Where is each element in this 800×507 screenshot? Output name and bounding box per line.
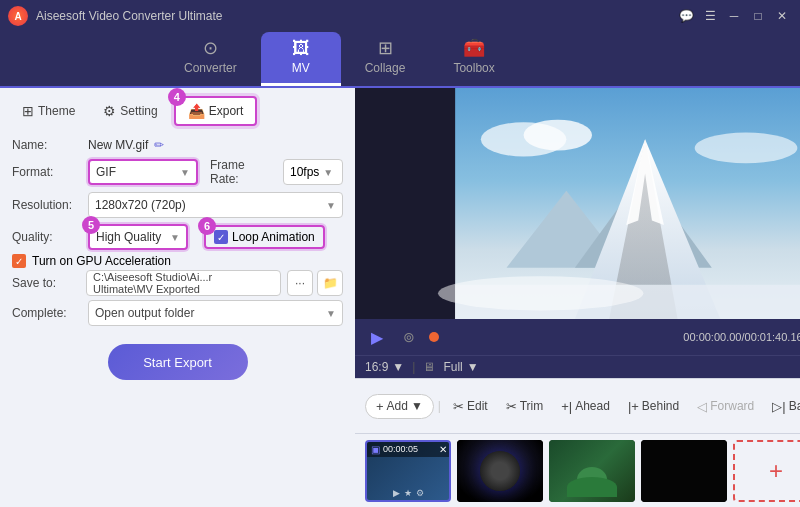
- ahead-button[interactable]: +| Ahead: [553, 395, 618, 418]
- converter-icon: ⊙: [203, 37, 218, 59]
- gpu-row: ✓ Turn on GPU Acceleration: [0, 254, 355, 268]
- collage-icon: ⊞: [378, 37, 393, 59]
- save-folder-button[interactable]: 📁: [317, 270, 343, 296]
- thumbnail-1[interactable]: ▣ 00:00:05 ✕ ▶ ★ ⚙: [365, 440, 451, 502]
- gpu-checkbox[interactable]: ✓: [12, 254, 26, 268]
- export-badge: 4: [168, 88, 186, 106]
- thumb-1-time: 00:00:05: [383, 444, 418, 454]
- play-button[interactable]: ▶: [365, 325, 389, 349]
- edit-button[interactable]: ✂ Edit: [445, 395, 496, 418]
- edit-name-icon[interactable]: ✏: [154, 138, 164, 152]
- form-area: Name: New MV.gif ✏ Format: GIF ▼ Frame R…: [0, 134, 355, 254]
- subtab-setting[interactable]: ⚙ Setting: [91, 98, 169, 124]
- add-thumbnail-icon: +: [769, 457, 783, 485]
- main-content: ⊞ Theme ⚙ Setting 4 📤 Export Name: N: [0, 88, 800, 507]
- name-value-row: New MV.gif ✏: [88, 138, 164, 152]
- total-time: 00:01:40.16: [745, 331, 800, 343]
- ahead-label: Ahead: [575, 399, 610, 413]
- complete-label: Complete:: [12, 306, 80, 320]
- quality-value: High Quality: [96, 230, 170, 244]
- quality-select[interactable]: High Quality ▼: [88, 224, 188, 250]
- view-mode-select[interactable]: Full ▼: [443, 360, 478, 374]
- view-mode-value: Full: [443, 360, 462, 374]
- current-time: 00:00:00.00: [683, 331, 741, 343]
- quality-label: Quality:: [12, 230, 80, 244]
- add-button[interactable]: + Add ▼: [365, 394, 434, 419]
- close-button[interactable]: ✕: [772, 6, 792, 26]
- resolution-select[interactable]: 1280x720 (720p) ▼: [88, 192, 343, 218]
- forward-label: Forward: [710, 399, 754, 413]
- video-controls: ▶ ⊚ 00:00:00.00/00:01:40.16 🔊 Start Expo…: [355, 319, 800, 355]
- app-title: Aiseesoft Video Converter Ultimate: [36, 9, 676, 23]
- svg-point-2: [524, 120, 592, 151]
- sub-tabs: ⊞ Theme ⚙ Setting 4 📤 Export: [0, 88, 355, 134]
- subtab-export[interactable]: 📤 Export: [174, 96, 258, 126]
- thumb-1-star-icon: ★: [404, 488, 412, 498]
- name-row: Name: New MV.gif ✏: [12, 138, 343, 152]
- start-export-left-button[interactable]: Start Export: [108, 344, 248, 380]
- thumb-1-play-icon: ▶: [393, 488, 400, 498]
- tab-converter[interactable]: ⊙ Converter: [160, 31, 261, 86]
- thumb-1-close-icon[interactable]: ✕: [439, 444, 447, 455]
- app-logo: A: [8, 6, 28, 26]
- name-label: Name:: [12, 138, 80, 152]
- toolbox-icon: 🧰: [463, 37, 485, 59]
- tab-toolbox[interactable]: 🧰 Toolbox: [429, 31, 518, 86]
- tab-collage[interactable]: ⊞ Collage: [341, 31, 430, 86]
- loop-badge: 6: [198, 217, 216, 235]
- video-preview: Aiseesoft: [355, 88, 800, 319]
- minimize-button[interactable]: ─: [724, 6, 744, 26]
- aspect-ratio-select[interactable]: 16:9 ▼: [365, 360, 404, 374]
- complete-value: Open output folder: [95, 306, 194, 320]
- complete-select[interactable]: Open output folder ▼: [88, 300, 343, 326]
- save-more-button[interactable]: ···: [287, 270, 313, 296]
- resolution-value: 1280x720 (720p): [95, 198, 326, 212]
- thumb-1-controls: ▶ ★ ⚙: [367, 488, 449, 498]
- right-panel: Aiseesoft ▶ ⊚ 00:00:00.00/00:01:40.16 🔊 …: [355, 88, 800, 507]
- thumb-1-type-icon: ▣: [371, 444, 380, 455]
- aspect-controls: 16:9 ▼ | 🖥 Full ▼: [355, 355, 800, 378]
- quality-loop-row: Quality: 5 High Quality ▼ 6 ✓ Loop Anima…: [12, 224, 343, 250]
- thumb-1-overlay: ▣ 00:00:05: [367, 442, 449, 457]
- complete-row: Complete: Open output folder ▼: [0, 298, 355, 328]
- trim-icon: ✂: [506, 399, 517, 414]
- name-value: New MV.gif: [88, 138, 148, 152]
- framerate-arrow-icon: ▼: [323, 167, 333, 178]
- loop-checkbox[interactable]: ✓: [214, 230, 228, 244]
- behind-button[interactable]: |+ Behind: [620, 395, 687, 418]
- thumb-1-settings-icon: ⚙: [416, 488, 424, 498]
- aspect-separator: |: [412, 360, 415, 374]
- resolution-row: Resolution: 1280x720 (720p) ▼: [12, 192, 343, 218]
- thumbnail-2[interactable]: [457, 440, 543, 502]
- menu-button[interactable]: ☰: [700, 6, 720, 26]
- resolution-arrow-icon: ▼: [326, 200, 336, 211]
- save-buttons: ··· 📁: [287, 270, 343, 296]
- format-arrow-icon: ▼: [180, 167, 190, 178]
- format-value: GIF: [96, 165, 180, 179]
- subtab-theme[interactable]: ⊞ Theme: [10, 98, 87, 124]
- trim-button[interactable]: ✂ Trim: [498, 395, 552, 418]
- thumbnail-3[interactable]: [549, 440, 635, 502]
- nav-tabs: ⊙ Converter 🖼 MV ⊞ Collage 🧰 Toolbox: [0, 32, 800, 88]
- video-frame: Aiseesoft: [355, 88, 800, 319]
- tab-toolbox-label: Toolbox: [453, 61, 494, 75]
- stop-button[interactable]: ⊚: [397, 325, 421, 349]
- subtab-theme-label: Theme: [38, 104, 75, 118]
- maximize-button[interactable]: □: [748, 6, 768, 26]
- thumbnail-strip: ▣ 00:00:05 ✕ ▶ ★ ⚙: [355, 433, 800, 507]
- tab-mv-label: MV: [292, 61, 310, 75]
- chat-button[interactable]: 💬: [676, 6, 696, 26]
- theme-icon: ⊞: [22, 103, 34, 119]
- framerate-select[interactable]: 10fps ▼: [283, 159, 343, 185]
- add-thumbnail-button[interactable]: +: [733, 440, 800, 502]
- tab-converter-label: Converter: [184, 61, 237, 75]
- forward-button[interactable]: ◁ Forward: [689, 395, 762, 418]
- backward-label: Backward: [789, 399, 800, 413]
- thumbnail-4[interactable]: [641, 440, 727, 502]
- format-select[interactable]: GIF ▼: [88, 159, 198, 185]
- tab-mv[interactable]: 🖼 MV: [261, 32, 341, 86]
- ahead-icon: +|: [561, 399, 572, 414]
- aspect-ratio-value: 16:9: [365, 360, 388, 374]
- tab-collage-label: Collage: [365, 61, 406, 75]
- backward-button[interactable]: ▷| Backward: [764, 395, 800, 418]
